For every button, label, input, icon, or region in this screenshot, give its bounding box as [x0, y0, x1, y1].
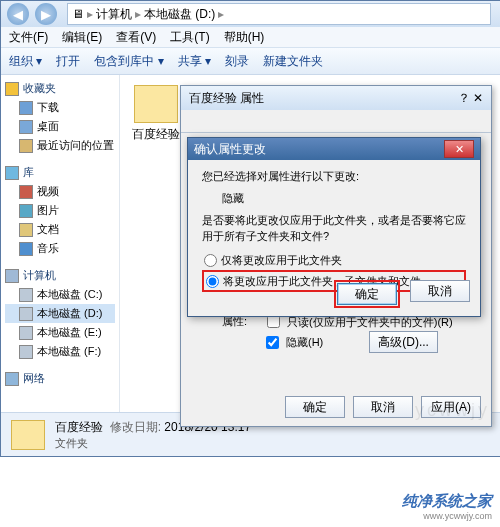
- confirm-change: 隐藏: [202, 184, 466, 212]
- prop-apply-button[interactable]: 应用(A): [421, 396, 481, 418]
- confirm-cancel-button[interactable]: 取消: [410, 280, 470, 302]
- sidebar-group-network: 网络: [5, 371, 115, 386]
- status-name: 百度经验: [55, 420, 103, 434]
- advanced-button[interactable]: 高级(D)...: [369, 331, 438, 353]
- sidebar-item-documents[interactable]: 文档: [5, 220, 115, 239]
- breadcrumb-sep: ▸: [135, 7, 141, 21]
- confirm-ok-button[interactable]: 确定: [337, 283, 397, 305]
- sidebar-item-drive-c[interactable]: 本地磁盘 (C:): [5, 285, 115, 304]
- properties-titlebar: 百度经验 属性 ？ ✕: [181, 86, 491, 110]
- menubar: 文件(F) 编辑(E) 查看(V) 工具(T) 帮助(H): [1, 27, 500, 48]
- computer-icon: [5, 269, 19, 283]
- toolbar-include[interactable]: 包含到库中 ▾: [94, 53, 163, 70]
- desktop-icon: [19, 120, 33, 134]
- sidebar-item-videos[interactable]: 视频: [5, 182, 115, 201]
- status-type: 文件夹: [55, 436, 251, 451]
- sidebar-header-favorites[interactable]: 收藏夹: [5, 81, 115, 96]
- sidebar-item-music[interactable]: 音乐: [5, 239, 115, 258]
- sidebar-group-computer: 计算机 本地磁盘 (C:) 本地磁盘 (D:) 本地磁盘 (E:) 本地磁盘 (…: [5, 268, 115, 361]
- sidebar-item-drive-d[interactable]: 本地磁盘 (D:): [5, 304, 115, 323]
- breadcrumb-sep: ▸: [87, 7, 93, 21]
- attributes-fragment: 属性: 只读(仅应用于文件夹中的文件)(R) 隐藏(H) 高级(D)...: [222, 312, 453, 353]
- ok-highlight: 确定: [334, 280, 400, 308]
- drive-icon: [19, 307, 33, 321]
- drive-icon: [19, 326, 33, 340]
- menu-view[interactable]: 查看(V): [116, 29, 156, 46]
- prop-ok-button[interactable]: 确定: [285, 396, 345, 418]
- computer-icon: 🖥: [72, 7, 84, 21]
- sidebar-item-drive-f[interactable]: 本地磁盘 (F:): [5, 342, 115, 361]
- confirm-line2: 是否要将此更改仅应用于此文件夹，或者是否要将它应用于所有子文件夹和文件?: [202, 212, 466, 244]
- properties-title: 百度经验 属性: [189, 90, 264, 107]
- toolbar: 组织 ▾ 打开 包含到库中 ▾ 共享 ▾ 刻录 新建文件夹: [1, 48, 500, 75]
- confirm-titlebar: 确认属性更改 ✕: [188, 138, 480, 160]
- menu-tools[interactable]: 工具(T): [170, 29, 209, 46]
- hidden-checkbox[interactable]: [266, 336, 279, 349]
- confirm-line1: 您已经选择对属性进行以下更改:: [202, 168, 466, 184]
- nav-forward-button[interactable]: ▶: [35, 3, 57, 25]
- folder-icon: [134, 85, 178, 123]
- breadcrumb-drive-d[interactable]: 本地磁盘 (D:): [144, 6, 215, 23]
- sidebar-header-computer[interactable]: 计算机: [5, 268, 115, 283]
- document-icon: [19, 223, 33, 237]
- sidebar-item-downloads[interactable]: 下载: [5, 98, 115, 117]
- properties-buttons: 确定 取消 应用(A): [181, 396, 491, 418]
- menu-edit[interactable]: 编辑(E): [62, 29, 102, 46]
- nav-back-button[interactable]: ◀: [7, 3, 29, 25]
- radio-this-only[interactable]: [204, 254, 217, 267]
- properties-tabs[interactable]: [181, 110, 491, 133]
- confirm-body: 您已经选择对属性进行以下更改: 隐藏 是否要将此更改仅应用于此文件夹，或者是否要…: [188, 160, 480, 292]
- breadcrumb-sep: ▸: [218, 7, 224, 21]
- sidebar-item-drive-e[interactable]: 本地磁盘 (E:): [5, 323, 115, 342]
- video-icon: [19, 185, 33, 199]
- sidebar-item-recent[interactable]: 最近访问的位置: [5, 136, 115, 155]
- drive-icon: [19, 288, 33, 302]
- toolbar-open[interactable]: 打开: [56, 53, 80, 70]
- radio-recursive[interactable]: [206, 275, 219, 288]
- status-date-label: 修改日期:: [110, 420, 161, 434]
- drive-icon: [19, 345, 33, 359]
- toolbar-burn[interactable]: 刻录: [225, 53, 249, 70]
- download-icon: [19, 101, 33, 115]
- option-label: 仅将更改应用于此文件夹: [221, 252, 342, 268]
- menu-help[interactable]: 帮助(H): [224, 29, 265, 46]
- toolbar-share[interactable]: 共享 ▾: [178, 53, 211, 70]
- titlebar: ◀ ▶ 🖥 ▸ 计算机 ▸ 本地磁盘 (D:) ▸: [1, 1, 500, 27]
- breadcrumb[interactable]: 🖥 ▸ 计算机 ▸ 本地磁盘 (D:) ▸: [67, 3, 491, 25]
- star-icon: [5, 82, 19, 96]
- close-button[interactable]: ✕: [444, 140, 474, 158]
- sidebar-group-libraries: 库 视频 图片 文档 音乐: [5, 165, 115, 258]
- prop-cancel-button[interactable]: 取消: [353, 396, 413, 418]
- sidebar-group-favorites: 收藏夹 下载 桌面 最近访问的位置: [5, 81, 115, 155]
- picture-icon: [19, 204, 33, 218]
- watermark-brand: 纯净系统之家 www.ycwwjy.com: [402, 492, 492, 521]
- folder-label: 百度经验: [130, 126, 182, 143]
- folder-item[interactable]: 百度经验: [130, 85, 182, 143]
- confirm-dialog: 确认属性更改 ✕ 您已经选择对属性进行以下更改: 隐藏 是否要将此更改仅应用于此…: [187, 137, 481, 317]
- recent-icon: [19, 139, 33, 153]
- folder-icon: [11, 420, 45, 450]
- confirm-title: 确认属性更改: [194, 141, 266, 158]
- music-icon: [19, 242, 33, 256]
- option-this-folder-only[interactable]: 仅将更改应用于此文件夹: [202, 250, 466, 270]
- sidebar: 收藏夹 下载 桌面 最近访问的位置 库 视频 图片 文档 音乐 计算机 本地磁盘…: [1, 75, 120, 414]
- network-icon: [5, 372, 19, 386]
- sidebar-item-desktop[interactable]: 桌面: [5, 117, 115, 136]
- library-icon: [5, 166, 19, 180]
- menu-file[interactable]: 文件(F): [9, 29, 48, 46]
- toolbar-new-folder[interactable]: 新建文件夹: [263, 53, 323, 70]
- sidebar-item-pictures[interactable]: 图片: [5, 201, 115, 220]
- breadcrumb-computer[interactable]: 计算机: [96, 6, 132, 23]
- close-icon[interactable]: ？ ✕: [458, 90, 483, 107]
- toolbar-organize[interactable]: 组织 ▾: [9, 53, 42, 70]
- hidden-label: 隐藏(H): [286, 333, 323, 351]
- sidebar-header-network[interactable]: 网络: [5, 371, 115, 386]
- sidebar-header-libraries[interactable]: 库: [5, 165, 115, 180]
- confirm-buttons: 确定 取消: [334, 280, 470, 308]
